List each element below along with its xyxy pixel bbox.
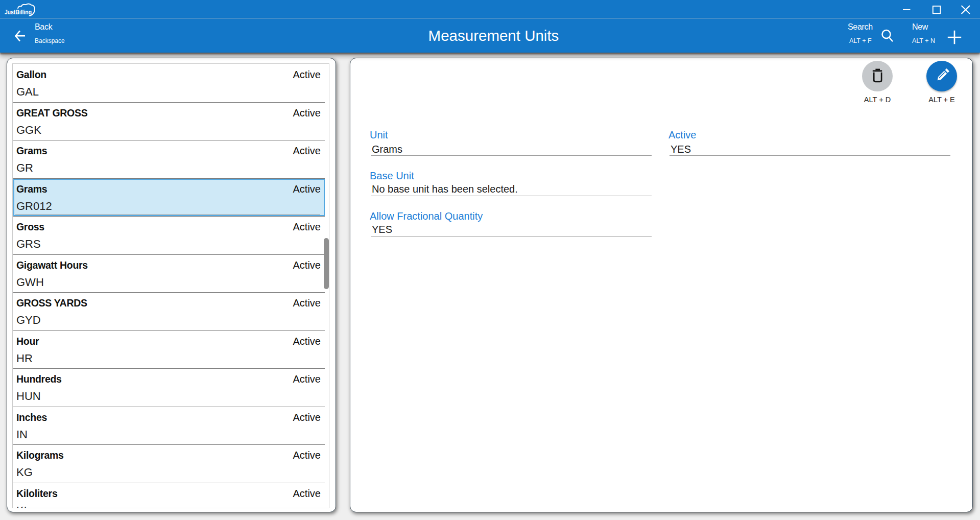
- svg-text:JustBilling: JustBilling: [5, 8, 32, 16]
